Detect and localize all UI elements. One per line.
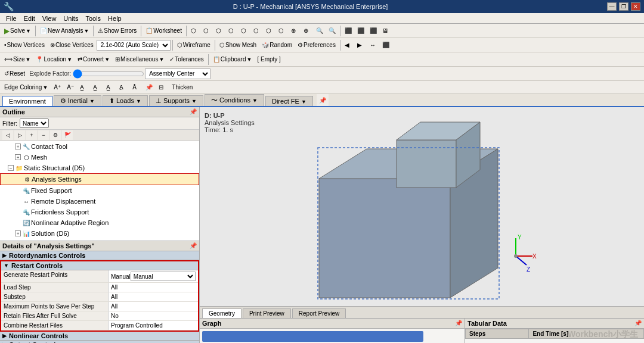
expand-restart[interactable]: ▼ xyxy=(4,263,9,269)
expand-solution[interactable]: + xyxy=(15,230,21,236)
val-generate-restart[interactable]: Manual Manual xyxy=(109,270,198,282)
worksheet-button[interactable]: 📋 Worksheet xyxy=(143,25,184,37)
wireframe-button[interactable]: ⬡Wireframe xyxy=(175,39,213,51)
empty-button[interactable]: [ Empty ] xyxy=(255,54,283,66)
show-errors-button[interactable]: ⚠ Show Errors xyxy=(95,25,139,37)
arrow-btn-2[interactable]: ▶ xyxy=(355,39,367,51)
size-button[interactable]: ⟺Size▼ xyxy=(2,54,33,66)
section-rotordynamics[interactable]: ▶ Rotordynamics Controls xyxy=(0,251,199,260)
edge-tool-1[interactable]: A⁺ xyxy=(51,82,63,93)
tab-report-preview[interactable]: Report Preview xyxy=(292,308,346,318)
minimize-button[interactable]: — xyxy=(607,2,617,11)
expand-contact[interactable]: + xyxy=(15,144,21,149)
icon-btn-5[interactable]: ⬡ xyxy=(239,25,250,37)
tolerances-button[interactable]: ✓Tolerances xyxy=(167,54,206,66)
explode-slider[interactable] xyxy=(73,70,144,78)
edge-tool-hbar[interactable]: ⊟ xyxy=(156,82,168,93)
scale-dropdown[interactable]: 2.1e-002 (Auto Scale) xyxy=(97,40,171,51)
location-button[interactable]: 📍Location▼ xyxy=(33,54,75,66)
edge-tool-4[interactable]: A̲ xyxy=(91,82,103,93)
random-button[interactable]: 🎲Random xyxy=(259,39,295,51)
tab-conditions[interactable]: 〜 Conditions ▼ xyxy=(205,94,264,106)
tree-item-nonlinear[interactable]: 🔄 Nonlinear Adaptive Region xyxy=(0,217,199,228)
outline-fwd[interactable]: ▷ xyxy=(14,130,25,140)
section-nonlinear[interactable]: ▶ Nonlinear Controls xyxy=(0,332,199,341)
show-vertices-button[interactable]: •Show Vertices xyxy=(2,39,47,51)
menu-help[interactable]: Help xyxy=(104,14,125,23)
outline-del[interactable]: − xyxy=(38,130,49,140)
close-vertices-button[interactable]: ⊗Close Vertices xyxy=(48,39,96,51)
expand-mesh[interactable]: + xyxy=(15,154,21,160)
edge-coloring-button[interactable]: Edge Coloring▼ xyxy=(2,82,50,93)
show-mesh-button[interactable]: ⬡Show Mesh xyxy=(217,39,259,51)
tab-loads[interactable]: ⬆ Loads ▼ xyxy=(103,95,148,106)
tabular-pin[interactable]: 📌 xyxy=(634,320,642,327)
viewport[interactable]: D: U-P Analysis Settings Time: 1. s xyxy=(200,107,644,306)
icon-btn-8[interactable]: ⬡ xyxy=(276,25,288,37)
tab-supports[interactable]: ⊥ Supports ▼ xyxy=(149,95,203,106)
close-button[interactable]: ✕ xyxy=(631,2,640,11)
icon-btn-15[interactable]: ⬛ xyxy=(367,25,379,37)
reset-button[interactable]: ↺Reset xyxy=(2,68,27,80)
tab-geometry[interactable]: Geometry xyxy=(202,308,242,318)
edge-tool-6[interactable]: A̤ xyxy=(117,82,129,93)
arrow-btn-4[interactable]: ⬛ xyxy=(380,39,392,51)
outline-add[interactable]: + xyxy=(26,130,37,140)
tree-item-solution[interactable]: + 📊 Solution (D6) xyxy=(0,228,199,239)
arrow-btn-3[interactable]: ↔ xyxy=(367,39,379,51)
icon-btn-6[interactable]: ⬡ xyxy=(251,25,263,37)
outline-flag[interactable]: 🚩 xyxy=(62,130,73,140)
tab-pin[interactable]: 📌 xyxy=(317,94,329,106)
icon-btn-9[interactable]: ⊕ xyxy=(289,25,301,37)
menu-file[interactable]: File xyxy=(2,14,20,23)
details-pin[interactable]: 📌 xyxy=(190,242,197,250)
tab-inertial[interactable]: ⚙ Inertial ▼ xyxy=(54,95,101,106)
menu-edit[interactable]: Edit xyxy=(20,14,39,23)
edge-tool-3[interactable]: A̲ xyxy=(78,82,89,93)
edge-tool-5[interactable]: A̲ xyxy=(104,82,116,93)
menu-units[interactable]: Units xyxy=(60,14,82,23)
icon-btn-14[interactable]: ⬛ xyxy=(355,25,367,37)
section-restart[interactable]: ▼ Restart Controls xyxy=(1,261,198,270)
tree-item-contact-tool[interactable]: + 🔧 Contact Tool xyxy=(0,141,199,152)
clipboard-button[interactable]: 📋Clipboard▼ xyxy=(210,54,255,66)
miscellaneous-button[interactable]: ⊞Miscellaneous▼ xyxy=(113,54,166,66)
icon-btn-13[interactable]: ⬛ xyxy=(342,25,354,37)
edge-tool-7[interactable]: Ā xyxy=(130,82,142,93)
new-analysis-button[interactable]: 📄 New Analysis ▼ xyxy=(38,25,91,37)
icon-btn-7[interactable]: ⬡ xyxy=(264,25,275,37)
icon-btn-11[interactable]: 🔍 xyxy=(314,25,326,37)
icon-btn-4[interactable]: ⬡ xyxy=(226,25,238,37)
outline-back[interactable]: ◁ xyxy=(2,130,13,140)
arrow-btn-1[interactable]: ◀ xyxy=(342,39,354,51)
preferences-button[interactable]: ⚙Preferences xyxy=(295,39,338,51)
icon-btn-1[interactable]: ⬡ xyxy=(188,25,200,37)
menu-tools[interactable]: Tools xyxy=(82,14,104,23)
thicken-button[interactable]: Thicken xyxy=(169,82,195,93)
window-controls[interactable]: — ❐ ✕ xyxy=(607,2,640,11)
icon-btn-3[interactable]: ⬡ xyxy=(213,25,225,37)
icon-btn-12[interactable]: 🔍 xyxy=(326,25,338,37)
filter-dropdown[interactable]: Name xyxy=(20,119,49,128)
tree-item-remote-displacement[interactable]: ↔ Remote Displacement xyxy=(0,196,199,207)
restart-points-dropdown[interactable]: Manual xyxy=(131,272,196,281)
tab-direct-fe[interactable]: Direct FE ▼ xyxy=(265,96,313,106)
expand-nonlinear[interactable]: ▶ xyxy=(2,333,7,339)
section-output[interactable]: ▶ Output Controls xyxy=(0,341,199,343)
icon-btn-2[interactable]: ⬡ xyxy=(201,25,213,37)
tree-item-frictionless[interactable]: 🔩 Frictionless Support xyxy=(0,207,199,217)
outline-pin[interactable]: 📌 xyxy=(190,108,197,116)
assembly-center-dropdown[interactable]: Assembly Center xyxy=(145,68,210,79)
solve-button[interactable]: ▶ Solve ▼ xyxy=(2,25,33,37)
tree-item-analysis-settings[interactable]: ⚙ Analysis Settings xyxy=(0,173,199,185)
icon-btn-10[interactable]: ⊕ xyxy=(301,25,313,37)
graph-pin[interactable]: 📌 xyxy=(455,320,462,327)
expand-static[interactable]: − xyxy=(8,165,14,171)
expand-rotordynamics[interactable]: ▶ xyxy=(2,252,7,258)
convert-button[interactable]: ⇄Convert▼ xyxy=(75,54,112,66)
tree-item-fixed-support[interactable]: 🔩 Fixed Support xyxy=(0,185,199,196)
edge-tool-pin[interactable]: 📌 xyxy=(143,82,155,93)
tree-item-static-structural[interactable]: − 📁 Static Structural (D5) xyxy=(0,163,199,173)
tab-environment[interactable]: Environment xyxy=(2,96,52,106)
maximize-button[interactable]: ❐ xyxy=(619,2,628,11)
